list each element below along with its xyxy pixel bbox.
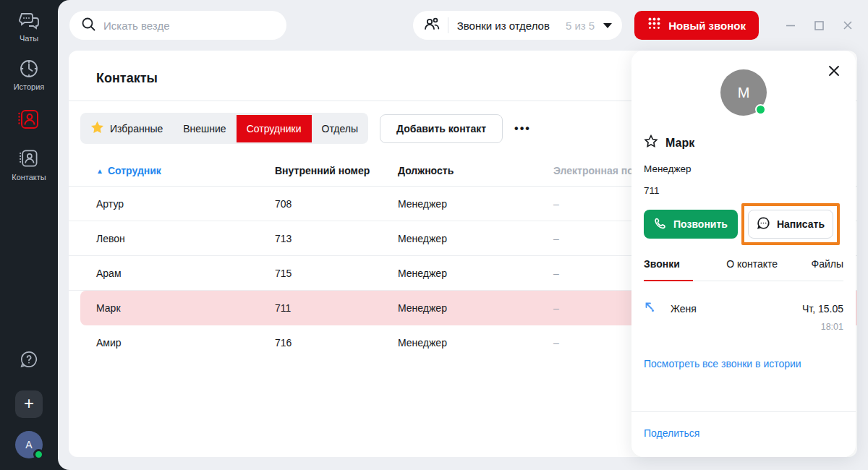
contact-avatar: M (720, 69, 767, 116)
tab-calls[interactable]: Звонки (644, 258, 693, 281)
cell-name: Левон (96, 233, 275, 244)
contacts-icon (18, 148, 40, 169)
cell-position: Менеджер (398, 302, 553, 314)
more-options-button[interactable]: ••• (514, 122, 531, 135)
add-contact-button[interactable]: Добавить контакт (380, 114, 503, 143)
write-button[interactable]: Написать (748, 210, 833, 239)
divider (448, 17, 448, 33)
chat-bubble-icon (757, 216, 770, 232)
cell-name: Арам (96, 268, 275, 279)
main-area: Звонки из отделов 5 из 5 Новый звонок (58, 0, 868, 470)
cell-name: Амир (96, 337, 275, 349)
filter-tab-label: Избранные (110, 123, 163, 134)
share-link[interactable]: Поделиться (644, 427, 699, 439)
sort-asc-icon: ▲ (96, 167, 103, 175)
departments-icon (423, 16, 441, 35)
sidebar-item-label: История (14, 82, 45, 91)
cell-position: Менеджер (398, 198, 553, 210)
sidebar-item-label: Чаты (20, 34, 38, 43)
help-button[interactable] (20, 350, 38, 372)
favorite-star-icon[interactable] (644, 134, 658, 151)
chevron-down-icon (603, 23, 612, 28)
contacts-filter-group: Избранные Внешние Сотрудники Отделы (80, 113, 368, 144)
search-icon (81, 17, 96, 35)
sidebar-item-history[interactable]: История (14, 59, 45, 91)
filter-tab-favorites[interactable]: Избранные (80, 113, 173, 144)
minimize-button[interactable] (785, 20, 796, 31)
sidebar-item-contact-card-active[interactable] (17, 107, 41, 132)
call-button[interactable]: Позвонить (644, 210, 738, 239)
new-call-label: Новый звонок (668, 20, 746, 32)
incoming-call-icon (644, 301, 656, 316)
filter-tab-label: Отделы (322, 123, 359, 134)
window-controls (785, 20, 854, 31)
help-icon (20, 359, 38, 371)
filter-tab-label: Сотрудники (247, 123, 302, 134)
cell-name: Артур (96, 198, 275, 210)
sidebar-item-label: Контакты (12, 173, 46, 181)
online-status-dot (33, 449, 44, 460)
call-filter-count: 5 из 5 (566, 20, 595, 32)
content-area: Контакты Избранные Внешние (58, 51, 868, 470)
column-header-extension: Внутренний номер (275, 165, 398, 176)
history-icon (19, 59, 39, 79)
filter-tab-departments[interactable]: Отделы (312, 115, 369, 142)
search-input[interactable] (103, 20, 275, 32)
cell-extension: 713 (275, 233, 398, 244)
contact-position: Менеджер (644, 163, 843, 174)
cell-name: Марк (96, 302, 275, 314)
cell-position: Менеджер (398, 337, 553, 349)
share-section: Поделиться (631, 411, 856, 457)
cell-position: Менеджер (398, 268, 553, 279)
tab-about[interactable]: О контакте (726, 258, 778, 281)
write-button-label: Написать (777, 218, 825, 230)
topbar-right-group: Звонки из отделов 5 из 5 Новый звонок (413, 11, 854, 40)
sidebar-item-contacts[interactable]: Контакты (12, 148, 46, 181)
close-window-button[interactable] (842, 20, 854, 31)
contact-actions: Позвонить Написать (644, 210, 843, 239)
contact-name: Марк (665, 137, 694, 150)
maximize-button[interactable] (814, 20, 825, 31)
user-avatar-letter: A (25, 439, 32, 450)
contact-online-dot (755, 104, 766, 115)
column-header-position: Должность (398, 165, 553, 176)
topbar: Звонки из отделов 5 из 5 Новый звонок (58, 0, 868, 51)
sidebar: Чаты История (0, 0, 58, 470)
filter-tab-label: Внешние (183, 123, 226, 134)
call-log-date: Чт, 15.05 (802, 303, 843, 315)
call-filter-label: Звонки из отделов (457, 20, 550, 32)
sidebar-item-chats[interactable]: Чаты (18, 12, 40, 43)
add-button[interactable]: + (15, 390, 43, 418)
contact-detail-panel: M Марк Менеджер 711 (631, 51, 856, 457)
user-avatar[interactable]: A (15, 431, 43, 458)
annotation-highlight-box: Написать (741, 203, 840, 245)
contact-name-row: Марк (644, 134, 843, 151)
global-search[interactable] (69, 11, 286, 40)
new-call-button[interactable]: Новый звонок (634, 11, 759, 40)
view-all-calls-link[interactable]: Посмотреть все звонки в истории (644, 358, 843, 369)
filter-tab-employees[interactable]: Сотрудники (237, 115, 312, 142)
contact-avatar-letter: M (738, 85, 750, 101)
dialpad-icon (647, 17, 661, 34)
cell-position: Менеджер (398, 233, 553, 244)
star-icon (90, 121, 104, 136)
app-window: Чаты История (0, 0, 868, 470)
cell-extension: 715 (275, 268, 398, 279)
filter-tab-external[interactable]: Внешние (173, 115, 236, 142)
tab-files[interactable]: Файлы (812, 258, 843, 281)
call-log-name: Женя (671, 303, 697, 315)
call-filter-dropdown[interactable]: Звонки из отделов 5 из 5 (413, 11, 623, 40)
phone-icon (654, 217, 667, 232)
close-panel-button[interactable] (827, 64, 841, 80)
contact-detail-tabs: Звонки О контакте Файлы (644, 258, 843, 281)
contact-card-active-icon (17, 107, 41, 132)
cell-extension: 711 (275, 302, 398, 314)
contact-extension: 711 (644, 185, 843, 196)
call-log-entry[interactable]: Женя Чт, 15.05 (644, 301, 843, 316)
column-header-employee[interactable]: ▲ Сотрудник (96, 165, 275, 176)
call-log-time: 18:01 (644, 322, 843, 332)
chats-icon (18, 12, 40, 30)
cell-extension: 708 (275, 198, 398, 210)
call-button-label: Позвонить (673, 218, 728, 230)
cell-extension: 716 (275, 337, 398, 349)
